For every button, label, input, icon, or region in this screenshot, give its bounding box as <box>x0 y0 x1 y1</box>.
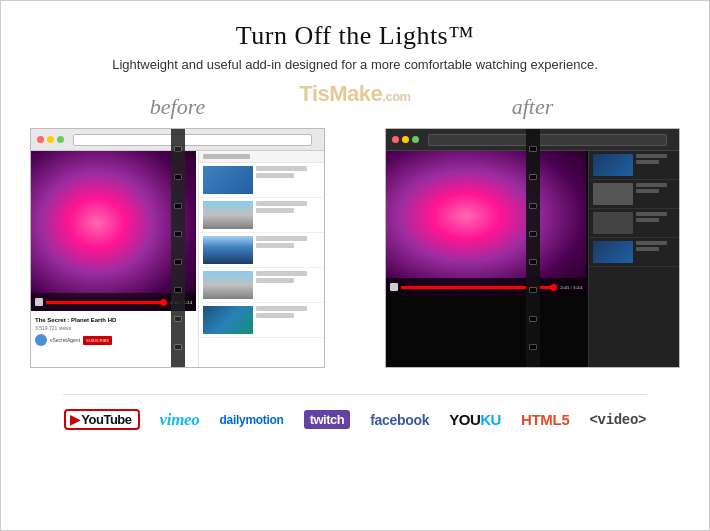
dark-thumb-meta <box>636 189 659 193</box>
filmstrip-before <box>171 129 185 367</box>
filmstrip-hole <box>174 146 182 152</box>
brand-youku: YOUKU <box>449 411 501 428</box>
divider <box>63 394 646 395</box>
page-title: Turn Off the Lights™ <box>236 21 474 51</box>
dark-thumb-title <box>636 241 667 245</box>
browser-address <box>73 134 312 146</box>
filmstrip-hole <box>529 259 537 265</box>
sidebar-thumb-1[interactable] <box>199 163 324 198</box>
dark-thumb-text-1 <box>636 154 675 176</box>
brand-facebook: facebook <box>370 412 429 428</box>
filmstrip-hole <box>529 231 537 237</box>
brand-html5: HTML5 <box>521 411 570 428</box>
thumb-meta-line <box>256 278 294 283</box>
thumb-text-4 <box>256 271 320 299</box>
dark-thumb-title <box>636 212 667 216</box>
thumb-meta-line <box>256 243 294 248</box>
thumb-meta-line <box>256 208 294 213</box>
sidebar-dark-thumb-2 <box>589 180 679 209</box>
filmstrip-hole <box>174 287 182 293</box>
video-controls-after[interactable]: 2:41 / 3:24 <box>386 278 586 296</box>
thumb-text-2 <box>256 201 320 229</box>
before-label: before <box>150 94 205 120</box>
after-column: after <box>385 94 680 368</box>
brand-dailymotion: dailymotion <box>220 413 284 427</box>
filmstrip-hole <box>529 203 537 209</box>
brand-video: <video> <box>589 412 646 428</box>
progress-bar-before[interactable] <box>46 301 167 304</box>
video-views-before: 3,519,721 views <box>35 325 192 331</box>
filmstrip-hole <box>174 259 182 265</box>
filmstrip-after <box>526 129 540 367</box>
filmstrip-hole <box>529 316 537 322</box>
sidebar-thumb-4[interactable] <box>199 268 324 303</box>
thumb-img-earth2 <box>203 306 253 334</box>
filmstrip-hole <box>174 316 182 322</box>
thumb-title-line <box>256 236 307 241</box>
subscribe-button-before[interactable]: SUBSCRIBE <box>83 336 112 345</box>
sidebar-thumb-5[interactable] <box>199 303 324 338</box>
thumb-title-line <box>256 201 307 206</box>
thumb-title-line <box>256 306 307 311</box>
dark-thumb-title <box>636 183 667 187</box>
play-button-before[interactable] <box>35 298 43 306</box>
after-screenshot: 2:41 / 3:24 <box>385 128 680 368</box>
filmstrip-hole <box>174 203 182 209</box>
sidebar-after <box>588 151 679 368</box>
sidebar-title-bar <box>199 151 324 163</box>
thumb-title-line <box>256 271 307 276</box>
video-title-before: The Secret : Planet Earth HD <box>35 317 192 323</box>
dark-thumb-text-3 <box>636 212 675 234</box>
dark-thumb-img-4 <box>593 241 633 263</box>
before-screenshot: 2:41 / 3:24 The Secret : Planet Earth HD… <box>30 128 325 368</box>
dark-thumb-title <box>636 154 667 158</box>
after-label: after <box>512 94 554 120</box>
dark-thumb-text-4 <box>636 241 675 263</box>
dark-thumb-meta <box>636 247 659 251</box>
filmstrip-hole <box>174 231 182 237</box>
video-thumbnail-flower-after <box>386 151 586 296</box>
thumb-text-3 <box>256 236 320 264</box>
thumb-meta-line <box>256 173 294 178</box>
dark-thumb-img-1 <box>593 154 633 176</box>
dark-thumb-meta <box>636 218 659 222</box>
filmstrip-hole <box>174 344 182 350</box>
brand-vimeo: vimeo <box>160 410 200 430</box>
browser-dot-yellow <box>402 136 409 143</box>
sidebar-dark-thumb-3 <box>589 209 679 238</box>
page-subtitle: Lightweight and useful add-in designed f… <box>112 57 598 72</box>
channel-name-before: vSecretAgent <box>50 337 80 343</box>
comparison-row: before <box>30 94 680 368</box>
channel-row-before: vSecretAgent SUBSCRIBE <box>35 334 192 346</box>
video-time-after: 2:41 / 3:24 <box>560 285 582 290</box>
dark-thumb-text-2 <box>636 183 675 205</box>
dark-thumb-img-2 <box>593 183 633 205</box>
brands-row: ▶YouTube vimeo dailymotion twitch facebo… <box>64 409 646 430</box>
youtube-play-icon: ▶ <box>70 412 80 427</box>
filmstrip-hole <box>529 146 537 152</box>
play-button-after[interactable] <box>390 283 398 291</box>
thumb-title-line <box>256 166 307 171</box>
thumb-text-5 <box>256 306 320 334</box>
sidebar-dark-thumb-4 <box>589 238 679 267</box>
sidebar-up-next <box>203 154 250 159</box>
thumb-img-mountain2 <box>203 271 253 299</box>
sidebar-thumb-2[interactable] <box>199 198 324 233</box>
filmstrip-hole <box>529 344 537 350</box>
page-wrapper: Turn Off the Lights™ Lightweight and use… <box>1 1 709 530</box>
browser-address-after <box>428 134 667 146</box>
sidebar-dark-thumb-1 <box>589 151 679 180</box>
browser-dot-red <box>392 136 399 143</box>
filmstrip-hole <box>529 287 537 293</box>
filmstrip-hole <box>174 174 182 180</box>
brand-youtube: ▶YouTube <box>64 409 140 430</box>
sidebar-before <box>198 151 324 368</box>
dark-thumb-img-3 <box>593 212 633 234</box>
sidebar-thumb-3[interactable] <box>199 233 324 268</box>
browser-dot-green <box>412 136 419 143</box>
filmstrip-hole <box>529 174 537 180</box>
channel-avatar-before <box>35 334 47 346</box>
video-player-after[interactable]: 2:41 / 3:24 <box>386 151 586 296</box>
thumb-text-1 <box>256 166 320 194</box>
browser-dot-yellow <box>47 136 54 143</box>
